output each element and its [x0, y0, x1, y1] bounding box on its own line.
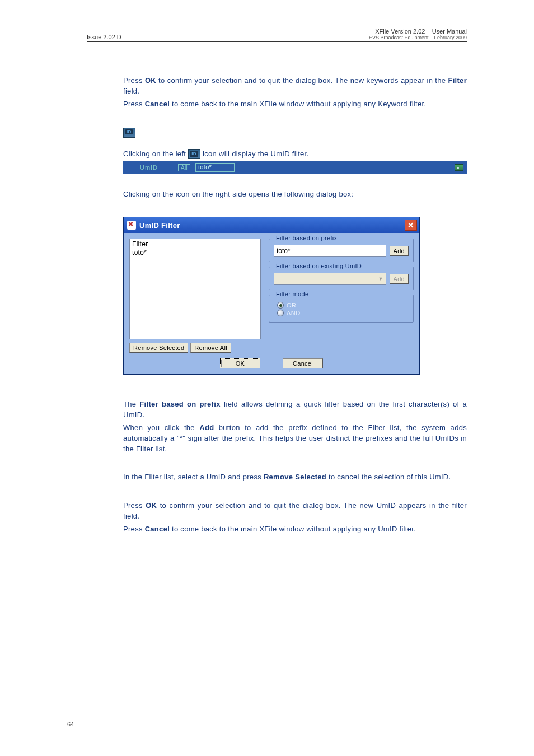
filter-listbox[interactable]: Filter toto* [129, 239, 261, 339]
group-legend: Filter based on existing UmID [274, 263, 364, 269]
combo-value [274, 273, 376, 284]
ok-label: OK [145, 76, 156, 85]
remove-all-button[interactable]: Remove All [190, 343, 231, 353]
group-existing-umid: Filter based on existing UmID ▼ Add [269, 267, 414, 290]
text: Press [123, 100, 145, 108]
after-p1: The Filter based on prefix field allows … [123, 399, 467, 421]
add-umid-button: Add [390, 274, 409, 284]
remove-selected-button[interactable]: Remove Selected [129, 343, 188, 353]
list-item[interactable]: toto* [132, 249, 258, 257]
umid-filter-bar: UmID All toto* [123, 161, 467, 174]
text: In the Filter list, select a UmID and pr… [123, 473, 264, 481]
radio-and[interactable]: AND [277, 310, 409, 316]
list-header: Filter [132, 240, 258, 249]
umid-combo[interactable]: ▼ [274, 273, 386, 285]
radio-icon [277, 310, 284, 316]
intro-p1: Press OK to confirm your selection and t… [123, 76, 467, 97]
header-right-sub: EVS Broadcast Equipment – February 2009 [369, 35, 467, 40]
text: to confirm your selection and to quit th… [156, 76, 448, 85]
page-number: 64 [67, 721, 74, 727]
page-header: Issue 2.02 D XFile Version 2.02 – User M… [87, 28, 467, 42]
text: icon will display the UmID filter. [200, 150, 308, 158]
page-footer: 64 [67, 721, 95, 729]
umid-filter-dialog: UmID Filter ✕ Filter toto* Remove Select… [123, 217, 420, 375]
add-label: Add [199, 423, 214, 432]
bold-label: Filter based on prefix [139, 400, 220, 408]
umid-line2: Clicking on the icon on the right side o… [123, 189, 467, 200]
app-icon [127, 221, 136, 230]
cancel-label: Cancel [145, 100, 170, 108]
header-right-title: XFile Version 2.02 – User Manual [369, 28, 467, 35]
after-p3: In the Filter list, select a UmID and pr… [123, 472, 467, 483]
text: Press [123, 501, 146, 510]
filter-label: Filter [448, 76, 467, 85]
after-p2: When you click the Add button to add the… [123, 423, 467, 455]
group-filter-mode: Filter mode OR AND [269, 295, 414, 323]
text: When you click the [123, 423, 199, 432]
ok-label: OK [146, 501, 157, 510]
text: Clicking on the left [123, 150, 188, 158]
filter-bar-all[interactable]: All [174, 162, 194, 173]
text: to confirm your selection and to quit th… [123, 501, 467, 520]
ok-button[interactable]: OK [220, 358, 260, 368]
group-legend: Filter based on prefix [274, 235, 339, 241]
close-button[interactable]: ✕ [405, 220, 417, 231]
dialog-titlebar: UmID Filter ✕ [124, 217, 419, 233]
filter-bar-fill [235, 162, 451, 173]
add-prefix-button[interactable]: Add [390, 246, 409, 256]
radio-or[interactable]: OR [277, 302, 409, 309]
header-left: Issue 2.02 D [87, 34, 121, 40]
after-p5: Press Cancel to come back to the main XF… [123, 524, 467, 535]
radio-label: OR [287, 302, 297, 309]
text: to cancel the selection of this UmID. [326, 473, 451, 481]
text: field. [123, 87, 139, 95]
prefix-input[interactable] [274, 245, 386, 257]
radio-label: AND [287, 310, 301, 316]
open-icon [455, 164, 463, 171]
chevron-down-icon: ▼ [376, 273, 386, 284]
radio-icon [277, 302, 284, 309]
all-text: All [178, 164, 190, 171]
text: Press [123, 525, 145, 533]
text: to come back to the main XFile window wi… [170, 100, 426, 108]
id-icon [123, 128, 135, 138]
id-icon [188, 149, 200, 159]
filter-bar-value[interactable]: toto* [195, 163, 235, 172]
text: to come back to the main XFile window wi… [170, 525, 416, 533]
filter-bar-label: UmID [124, 162, 174, 173]
group-prefix: Filter based on prefix Add [269, 239, 414, 262]
group-legend: Filter mode [274, 291, 311, 297]
umid-line1: Clicking on the left icon will display t… [123, 149, 467, 160]
cancel-button[interactable]: Cancel [283, 358, 323, 368]
filter-bar-open-button[interactable] [451, 162, 466, 173]
text: The [123, 400, 139, 408]
remove-selected-label: Remove Selected [264, 473, 326, 481]
dialog-title: UmID Filter [139, 221, 180, 230]
text: Press [123, 76, 145, 85]
intro-p2: Press Cancel to come back to the main XF… [123, 99, 467, 110]
cancel-label: Cancel [145, 525, 170, 533]
footer-rule [67, 729, 95, 729]
after-p4: Press OK to confirm your selection and t… [123, 501, 467, 522]
